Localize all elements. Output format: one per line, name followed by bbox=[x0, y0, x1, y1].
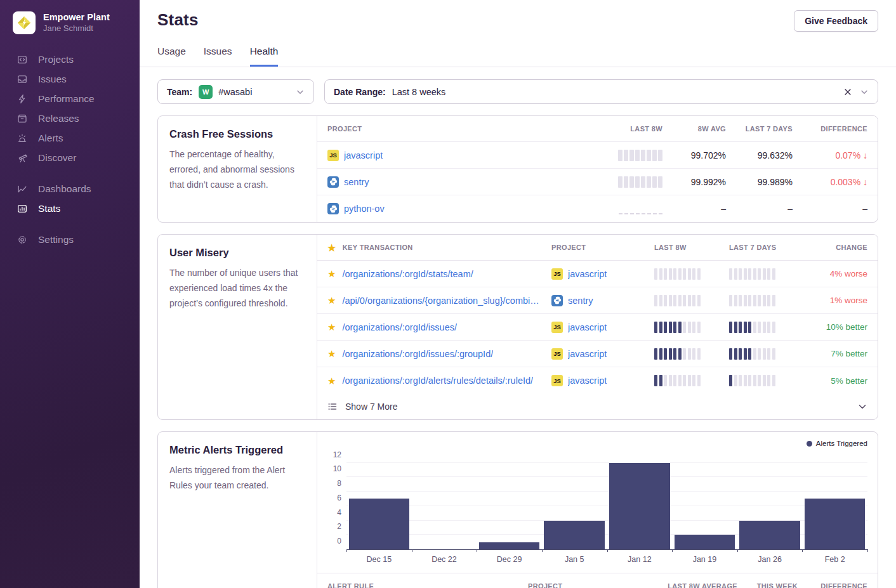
sparkline bbox=[729, 348, 800, 360]
spark-bar bbox=[729, 295, 732, 306]
x-axis-label: Jan 5 bbox=[542, 555, 607, 564]
spark-dash bbox=[630, 213, 634, 214]
spark-bar bbox=[697, 295, 701, 306]
sidebar-item-stats[interactable]: Stats bbox=[0, 199, 140, 218]
spark-bar bbox=[692, 348, 695, 360]
bar-feb-2[interactable] bbox=[805, 499, 865, 549]
axis-tick bbox=[542, 549, 543, 552]
tab-bar: UsageIssuesHealth bbox=[140, 46, 896, 67]
spark-bar bbox=[744, 348, 747, 360]
org-switcher[interactable]: Empower Plant Jane Schmidt bbox=[0, 0, 140, 34]
spark-bar bbox=[669, 375, 672, 386]
tab-health[interactable]: Health bbox=[250, 46, 279, 67]
bar-jan-5[interactable] bbox=[544, 521, 604, 549]
project-cell: python-ov bbox=[327, 203, 590, 214]
key-transaction-star-icon[interactable]: ★ bbox=[327, 376, 336, 386]
table-row: ★/organizations/:orgId/stats/team/JSjava… bbox=[317, 261, 878, 287]
sidebar-nav-secondary: DashboardsStats bbox=[0, 179, 140, 218]
sidebar-item-label: Projects bbox=[38, 54, 74, 65]
tab-issues[interactable]: Issues bbox=[204, 46, 232, 67]
card-title: Metric Alerts Triggered bbox=[169, 444, 305, 456]
spark-bar bbox=[753, 348, 756, 360]
spark-bar bbox=[763, 348, 766, 360]
spark-bar bbox=[753, 375, 756, 386]
spark-bar bbox=[647, 176, 651, 188]
bar-jan-19[interactable] bbox=[675, 535, 735, 549]
spark-bar bbox=[767, 268, 770, 280]
bar-dec-15[interactable] bbox=[349, 499, 409, 549]
tab-usage[interactable]: Usage bbox=[157, 46, 186, 67]
crash-free-sessions-card: Crash Free Sessions The percentage of he… bbox=[157, 115, 878, 223]
last-7-days-cell bbox=[729, 322, 800, 333]
empower-plant-logo-icon bbox=[17, 16, 31, 30]
bar-jan-26[interactable] bbox=[739, 521, 800, 549]
spark-bar bbox=[753, 322, 756, 333]
key-transaction-star-icon[interactable]: ★ bbox=[327, 322, 336, 332]
spark-bar bbox=[688, 348, 691, 360]
transaction-link[interactable]: /organizations/:orgId/stats/team/ bbox=[342, 269, 473, 279]
difference-cell: 0.07% ↓ bbox=[835, 150, 867, 160]
x-axis-label: Dec 15 bbox=[346, 555, 412, 564]
team-select[interactable]: Team: W #wasabi bbox=[157, 79, 314, 104]
sidebar-item-releases[interactable]: Releases bbox=[0, 108, 140, 128]
change-cell: 7% better bbox=[831, 349, 867, 358]
project-link[interactable]: javascript bbox=[344, 150, 383, 160]
sidebar-nav-primary: ProjectsIssuesPerformanceReleasesAlertsD… bbox=[0, 49, 140, 167]
sidebar-item-settings[interactable]: Settings bbox=[0, 230, 140, 249]
bar-jan-12[interactable] bbox=[609, 463, 669, 549]
sparkline bbox=[729, 268, 800, 280]
content-area: Team: W #wasabi Date Range: Last 8 weeks bbox=[140, 67, 896, 588]
spark-dash bbox=[619, 213, 623, 214]
project-link[interactable]: javascript bbox=[568, 376, 607, 386]
project-link[interactable]: javascript bbox=[568, 322, 607, 332]
sidebar-item-alerts[interactable]: Alerts bbox=[0, 128, 140, 148]
clear-date-icon[interactable] bbox=[843, 88, 852, 96]
project-link[interactable]: javascript bbox=[568, 349, 607, 359]
spark-bar bbox=[629, 150, 634, 161]
bar-dec-29[interactable] bbox=[479, 542, 539, 549]
transaction-link[interactable]: /api/0/organizations/{organization_slug}… bbox=[342, 296, 543, 306]
sidebar-item-dashboards[interactable]: Dashboards bbox=[0, 179, 140, 199]
key-transaction-star-icon[interactable]: ★ bbox=[327, 349, 336, 358]
spark-bar bbox=[654, 295, 657, 306]
project-cell: sentry bbox=[551, 295, 654, 306]
legend-label: Alerts Triggered bbox=[816, 440, 867, 447]
transaction-cell: ★/organizations/:orgId/issues/ bbox=[327, 322, 551, 332]
spark-bar bbox=[767, 322, 770, 333]
project-link[interactable]: python-ov bbox=[344, 204, 385, 214]
spark-bar bbox=[729, 268, 732, 280]
table-header-row: PROJECTLAST 8W8W AVGLAST 7 DAYSDIFFERENC… bbox=[317, 116, 878, 142]
chart-legend: Alerts Triggered bbox=[807, 440, 867, 447]
spark-bar bbox=[772, 295, 775, 306]
javascript-icon: JS bbox=[551, 348, 563, 360]
transaction-link[interactable]: /organizations/:orgId/issues/:groupId/ bbox=[342, 349, 493, 359]
transaction-link[interactable]: /organizations/:orgId/issues/ bbox=[342, 322, 457, 332]
chevron-down-icon[interactable] bbox=[860, 88, 869, 96]
column-header: THIS WEEK bbox=[757, 582, 798, 588]
spark-bar bbox=[763, 375, 766, 386]
project-link[interactable]: sentry bbox=[344, 177, 369, 187]
spark-bar bbox=[659, 348, 662, 360]
date-range-select[interactable]: Date Range: Last 8 weeks bbox=[324, 79, 878, 104]
spark-bar bbox=[688, 322, 691, 333]
project-link[interactable]: sentry bbox=[568, 296, 593, 306]
spark-bar bbox=[772, 348, 775, 360]
project-link[interactable]: javascript bbox=[568, 269, 607, 279]
bar-slot bbox=[802, 455, 867, 549]
spark-bar bbox=[683, 375, 686, 386]
transaction-link[interactable]: /organizations/:orgId/alerts/rules/detai… bbox=[342, 376, 533, 386]
key-transaction-star-icon[interactable]: ★ bbox=[327, 269, 336, 278]
give-feedback-button[interactable]: Give Feedback bbox=[794, 10, 878, 32]
sparkline bbox=[729, 322, 800, 333]
sidebar-item-performance[interactable]: Performance bbox=[0, 89, 140, 108]
sidebar-item-issues[interactable]: Issues bbox=[0, 69, 140, 89]
spark-bar bbox=[678, 322, 682, 333]
sidebar-item-discover[interactable]: Discover bbox=[0, 148, 140, 167]
show-more-button[interactable]: Show 7 More bbox=[317, 394, 878, 419]
spark-bar bbox=[658, 150, 662, 161]
key-transaction-star-icon[interactable]: ★ bbox=[327, 296, 336, 305]
metric-alerts-body: Alerts Triggered 024681012 Dec 15Dec 22D… bbox=[317, 432, 878, 588]
sidebar-item-projects[interactable]: Projects bbox=[0, 49, 140, 69]
spark-bar bbox=[688, 295, 691, 306]
spark-bar bbox=[652, 150, 657, 161]
